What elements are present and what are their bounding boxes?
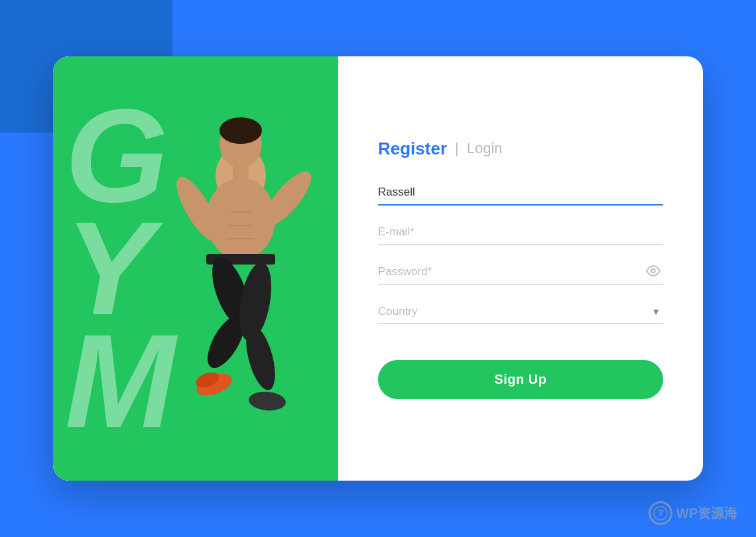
password-input[interactable] xyxy=(378,260,663,285)
right-panel: Register | Login xyxy=(338,56,703,481)
wp-logo xyxy=(649,501,672,525)
main-card: G Y M xyxy=(53,56,703,481)
name-input[interactable] xyxy=(378,180,663,206)
svg-point-18 xyxy=(651,268,655,272)
email-input-wrapper xyxy=(378,220,663,245)
svg-point-2 xyxy=(220,117,262,144)
password-toggle-icon[interactable] xyxy=(646,263,661,281)
svg-point-17 xyxy=(248,390,286,412)
svg-rect-3 xyxy=(233,162,249,179)
name-input-wrapper xyxy=(378,180,663,206)
left-panel: G Y M xyxy=(53,56,338,481)
country-select[interactable]: Country United States United Kingdom Can… xyxy=(378,300,663,324)
password-field-group xyxy=(378,260,663,285)
email-field-group xyxy=(378,220,663,245)
register-tab[interactable]: Register xyxy=(378,139,447,159)
watermark: WP资源海 xyxy=(649,501,737,525)
signup-button[interactable]: Sign Up xyxy=(378,360,663,399)
login-tab[interactable]: Login xyxy=(467,140,503,157)
watermark-text: WP资源海 xyxy=(676,505,737,522)
name-field-group xyxy=(378,180,663,206)
country-field-group: Country United States United Kingdom Can… xyxy=(378,300,663,324)
athlete-image xyxy=(128,96,338,481)
password-input-wrapper xyxy=(378,260,663,285)
tab-divider: | xyxy=(455,140,459,157)
email-input[interactable] xyxy=(378,220,663,245)
country-select-wrapper: Country United States United Kingdom Can… xyxy=(378,300,663,324)
auth-tabs: Register | Login xyxy=(378,139,663,159)
